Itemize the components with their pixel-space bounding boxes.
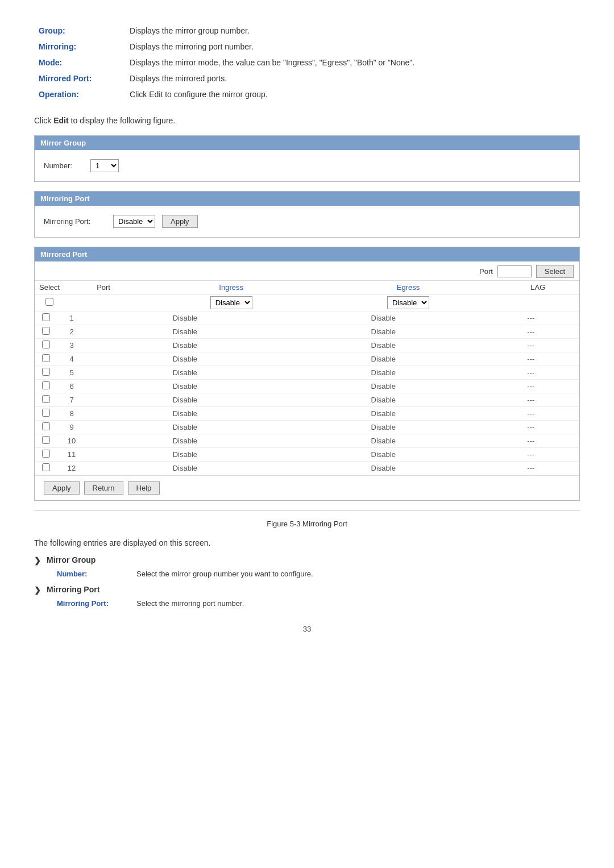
port-select-button[interactable]: Select <box>536 265 574 278</box>
section: ❯ Mirror Group Number: Select the mirror… <box>34 555 580 578</box>
row-checkbox[interactable] <box>42 395 50 403</box>
row-lag: --- <box>483 366 579 380</box>
desc-value: Displays the mirror group number. <box>125 23 580 39</box>
mirroring-port-apply-button[interactable]: Apply <box>162 215 198 228</box>
page-number: 33 <box>34 625 580 633</box>
row-checkbox[interactable] <box>42 368 50 376</box>
row-select-cell <box>35 352 57 366</box>
desc-label: Group: <box>34 23 125 39</box>
row-ingress: Disable <box>86 312 284 325</box>
section-divider <box>34 510 580 510</box>
desc-value: Displays the mirrored ports. <box>125 70 580 86</box>
row-ingress: Disable <box>86 407 284 421</box>
mirroring-port-select[interactable]: Disable 1 2 3 <box>113 215 155 228</box>
row-select-cell <box>35 339 57 352</box>
mirrored-port-panel: Mirrored Port Port Select Select Port In… <box>34 247 580 501</box>
row-port: 11 <box>57 448 86 462</box>
field-row: Mirroring Port: Select the mirroring por… <box>57 599 580 608</box>
figure-caption: Figure 5-3 Mirroring Port <box>34 520 580 528</box>
row-egress: Disable <box>284 462 483 475</box>
table-row: 6 Disable Disable --- <box>35 380 579 393</box>
desc-row: Group: Displays the mirror group number. <box>34 23 580 39</box>
row-lag: --- <box>483 462 579 475</box>
desc-label: Mirrored Port: <box>34 70 125 86</box>
row-port: 1 <box>57 312 86 325</box>
field-label: Mirroring Port: <box>57 599 136 608</box>
field-label: Number: <box>57 570 136 578</box>
desc-row: Operation: Click Edit to configure the m… <box>34 86 580 102</box>
table-row: 5 Disable Disable --- <box>35 366 579 380</box>
row-checkbox[interactable] <box>42 354 50 362</box>
field-desc: Select the mirroring port number. <box>136 599 244 608</box>
row-port: 7 <box>57 393 86 407</box>
desc-label: Mirroring: <box>34 39 125 55</box>
port-input[interactable] <box>497 265 532 277</box>
following-text: The following entries are displayed on t… <box>34 538 580 547</box>
help-button[interactable]: Help <box>128 481 160 495</box>
desc-row: Mirroring: Displays the mirroring port n… <box>34 39 580 55</box>
row-egress: Disable <box>284 325 483 339</box>
row-egress: Disable <box>284 448 483 462</box>
row-egress: Disable <box>284 366 483 380</box>
mirrored-port-header: Mirrored Port <box>35 247 579 261</box>
row-lag: --- <box>483 448 579 462</box>
row-checkbox[interactable] <box>42 313 50 321</box>
mirroring-port-header: Mirroring Port <box>35 192 579 206</box>
row-checkbox[interactable] <box>42 381 50 389</box>
table-row: 8 Disable Disable --- <box>35 407 579 421</box>
row-checkbox[interactable] <box>42 463 50 471</box>
table-row: 11 Disable Disable --- <box>35 448 579 462</box>
desc-label: Operation: <box>34 86 125 102</box>
table-row: 7 Disable Disable --- <box>35 393 579 407</box>
click-edit-instruction: Click Edit to display the following figu… <box>34 116 580 125</box>
desc-row: Mode: Displays the mirror mode, the valu… <box>34 55 580 70</box>
row-ingress: Disable <box>86 421 284 434</box>
row-port: 2 <box>57 325 86 339</box>
row-port: 12 <box>57 462 86 475</box>
ingress-all-select[interactable]: Disable Enable <box>210 296 252 309</box>
row-port: 5 <box>57 366 86 380</box>
desc-value: Click Edit to configure the mirror group… <box>125 86 580 102</box>
row-ingress: Disable <box>86 434 284 448</box>
row-egress: Disable <box>284 339 483 352</box>
table-row: 12 Disable Disable --- <box>35 462 579 475</box>
row-checkbox[interactable] <box>42 422 50 430</box>
return-button[interactable]: Return <box>84 481 123 495</box>
mirrored-table-scroll[interactable]: 1 Disable Disable --- 2 Disable Disable … <box>35 312 579 475</box>
row-select-cell <box>35 421 57 434</box>
row-select-cell <box>35 366 57 380</box>
row-port: 8 <box>57 407 86 421</box>
row-checkbox[interactable] <box>42 327 50 335</box>
table-row: 9 Disable Disable --- <box>35 421 579 434</box>
section: ❯ Mirroring Port Mirroring Port: Select … <box>34 585 580 608</box>
mirroring-port-label: Mirroring Port: <box>44 217 106 226</box>
row-port: 10 <box>57 434 86 448</box>
row-ingress: Disable <box>86 352 284 366</box>
row-checkbox[interactable] <box>42 409 50 417</box>
section-arrow: ❯ <box>34 556 41 565</box>
number-select[interactable]: 1 2 3 4 <box>90 159 119 172</box>
mirrored-apply-button[interactable]: Apply <box>44 481 80 495</box>
row-lag: --- <box>483 434 579 448</box>
row-egress: Disable <box>284 352 483 366</box>
row-egress: Disable <box>284 407 483 421</box>
number-label: Number: <box>44 161 84 170</box>
row-select-cell <box>35 448 57 462</box>
field-desc: Select the mirror group number you want … <box>136 570 313 578</box>
section-title-row: ❯ Mirroring Port <box>34 585 580 595</box>
table-row: 2 Disable Disable --- <box>35 325 579 339</box>
select-all-checkbox[interactable] <box>45 298 53 306</box>
egress-all-select[interactable]: Disable Enable <box>387 296 429 309</box>
row-egress: Disable <box>284 393 483 407</box>
col-lag: LAG <box>497 281 579 294</box>
mirror-group-panel: Mirror Group Number: 1 2 3 4 <box>34 135 580 182</box>
row-egress: Disable <box>284 434 483 448</box>
field-row: Number: Select the mirror group number y… <box>57 570 580 578</box>
row-port: 6 <box>57 380 86 393</box>
row-ingress: Disable <box>86 462 284 475</box>
col-ingress: Ingress <box>143 281 320 294</box>
desc-row: Mirrored Port: Displays the mirrored por… <box>34 70 580 86</box>
row-checkbox[interactable] <box>42 340 50 348</box>
row-checkbox[interactable] <box>42 436 50 444</box>
row-checkbox[interactable] <box>42 450 50 458</box>
